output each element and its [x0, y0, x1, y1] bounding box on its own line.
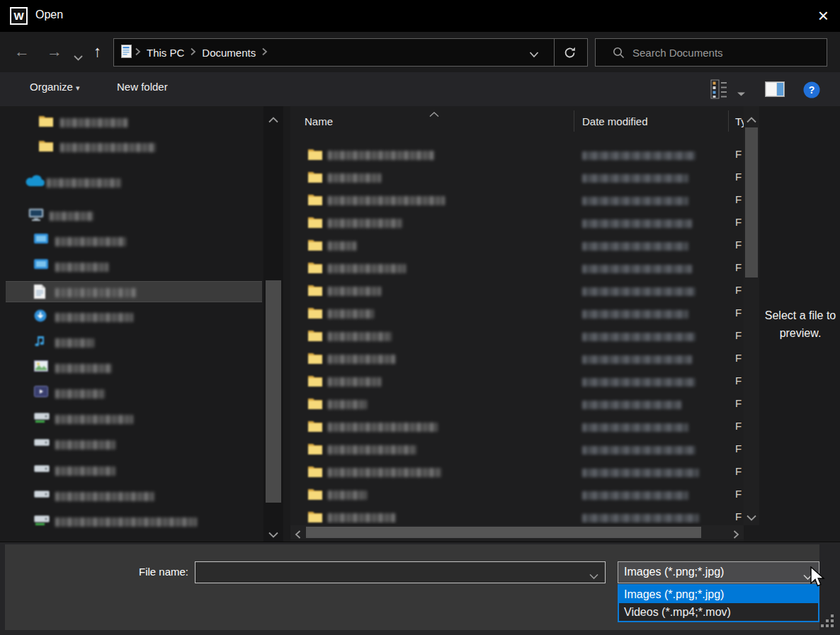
- preview-pane-button[interactable]: [765, 81, 785, 100]
- details-view-button[interactable]: [710, 79, 727, 102]
- breadcrumb-documents[interactable]: Documents: [199, 47, 259, 59]
- organize-button[interactable]: Organize ▾: [30, 81, 80, 93]
- help-button[interactable]: ?: [803, 81, 820, 101]
- list-vertical-scrollbar[interactable]: [744, 106, 759, 525]
- sidebar-item[interactable]: [0, 486, 262, 507]
- folder-icon: [308, 488, 322, 503]
- sidebar-item[interactable]: [0, 408, 262, 430]
- address-bar[interactable]: This PC Documents: [113, 38, 588, 67]
- close-button[interactable]: ×: [818, 6, 829, 25]
- search-icon: [613, 47, 625, 62]
- sidebar-scrollbar[interactable]: [263, 106, 283, 542]
- folder-icon: [308, 193, 322, 208]
- breadcrumb-chevron-icon[interactable]: [190, 46, 196, 59]
- file-row[interactable]: F: [290, 212, 744, 234]
- file-type-combo[interactable]: Images (*.png;*.jpg): [618, 561, 819, 583]
- redacted-label: [55, 338, 94, 348]
- search-box[interactable]: [595, 38, 827, 67]
- sidebar-item[interactable]: [0, 231, 262, 252]
- file-row[interactable]: F: [290, 394, 744, 415]
- sidebar-item[interactable]: [0, 460, 262, 481]
- up-button[interactable]: ↑: [93, 41, 101, 62]
- file-name-label: File name:: [75, 566, 188, 578]
- recent-locations-chevron-icon[interactable]: [74, 45, 83, 67]
- sidebar-scroll-thumb[interactable]: [266, 280, 281, 503]
- folder-icon: [39, 115, 53, 130]
- file-type-chevron-icon[interactable]: [803, 571, 812, 583]
- file-type-cell: F: [735, 307, 742, 319]
- new-folder-button[interactable]: New folder: [117, 81, 168, 93]
- horizontal-scroll-thumb[interactable]: [306, 527, 701, 538]
- scroll-down-icon[interactable]: [747, 511, 756, 524]
- sidebar-item[interactable]: [0, 434, 262, 455]
- filetype-option-videos[interactable]: Videos (*.mp4;*.mov): [619, 603, 818, 621]
- column-divider[interactable]: [574, 110, 574, 132]
- file-list: Name Date modified Ty FFFFFFFFFFFFFFFFF: [290, 106, 744, 542]
- disk-icon: [34, 437, 50, 451]
- folder-icon: [308, 239, 322, 253]
- file-row[interactable]: F: [290, 462, 744, 483]
- sidebar-item[interactable]: [0, 357, 262, 379]
- refresh-icon[interactable]: [563, 46, 577, 62]
- folder-icon: [308, 261, 322, 276]
- scroll-right-icon[interactable]: [733, 529, 739, 542]
- file-row[interactable]: F: [290, 348, 744, 370]
- file-row[interactable]: F: [290, 190, 744, 211]
- sidebar-item[interactable]: [0, 112, 262, 133]
- file-name-input[interactable]: [200, 564, 586, 580]
- breadcrumb-this-pc[interactable]: This PC: [144, 47, 187, 59]
- scroll-down-icon[interactable]: [268, 528, 278, 541]
- file-row[interactable]: F: [290, 280, 744, 302]
- scroll-up-icon[interactable]: [747, 113, 756, 126]
- file-row[interactable]: F: [290, 326, 744, 347]
- redacted-file-name: [328, 173, 381, 183]
- sidebar-item-selected[interactable]: [6, 281, 262, 302]
- filetype-option-images[interactable]: Images (*.png;*.jpg): [619, 585, 818, 603]
- view-options-chevron-icon[interactable]: [737, 87, 746, 100]
- file-name-chevron-icon[interactable]: [589, 570, 598, 583]
- folder-icon: [308, 420, 322, 435]
- file-row[interactable]: F: [290, 258, 744, 279]
- file-row[interactable]: F: [290, 167, 744, 188]
- file-row[interactable]: F: [290, 484, 744, 505]
- column-divider[interactable]: [728, 110, 729, 132]
- search-input[interactable]: [632, 43, 817, 62]
- sidebar-item[interactable]: [0, 172, 262, 193]
- redacted-date: [582, 174, 688, 183]
- file-row[interactable]: F: [290, 416, 744, 437]
- file-name-combo[interactable]: [195, 561, 606, 583]
- breadcrumb-chevron-icon[interactable]: [261, 46, 268, 59]
- file-row[interactable]: F: [290, 371, 744, 392]
- file-row[interactable]: F: [290, 303, 744, 324]
- scroll-up-icon[interactable]: [268, 113, 278, 126]
- back-button[interactable]: ←: [14, 41, 30, 62]
- forward-button[interactable]: →: [47, 41, 62, 62]
- list-horizontal-scrollbar[interactable]: [290, 525, 744, 539]
- column-name[interactable]: Name: [305, 115, 333, 127]
- sidebar-item[interactable]: [0, 256, 262, 278]
- file-row[interactable]: F: [290, 144, 744, 166]
- file-rows: FFFFFFFFFFFFFFFFF: [290, 137, 744, 524]
- column-date-modified[interactable]: Date modified: [582, 115, 648, 127]
- breadcrumb-chevron-icon[interactable]: [135, 46, 141, 59]
- redacted-file-name: [328, 196, 445, 205]
- address-divider: [554, 39, 555, 66]
- file-row[interactable]: F: [290, 507, 744, 524]
- folder-icon: [39, 139, 53, 154]
- address-dropdown-chevron-icon[interactable]: [529, 48, 539, 61]
- list-scroll-thumb[interactable]: [745, 127, 758, 278]
- resize-grip-icon[interactable]: [820, 614, 836, 632]
- sidebar-item[interactable]: [0, 137, 262, 158]
- redacted-label: [55, 364, 112, 373]
- folder-icon: [308, 465, 322, 480]
- scroll-left-icon[interactable]: [295, 529, 301, 542]
- file-row[interactable]: F: [290, 439, 744, 460]
- sidebar-item[interactable]: [0, 205, 262, 227]
- disk-icon: [34, 463, 50, 477]
- sidebar-item[interactable]: [0, 332, 262, 353]
- sidebar-item[interactable]: [0, 307, 262, 328]
- sidebar-item[interactable]: [0, 511, 262, 532]
- file-row[interactable]: F: [290, 235, 744, 256]
- sort-indicator-icon: [429, 108, 439, 120]
- sidebar-item[interactable]: [0, 383, 262, 404]
